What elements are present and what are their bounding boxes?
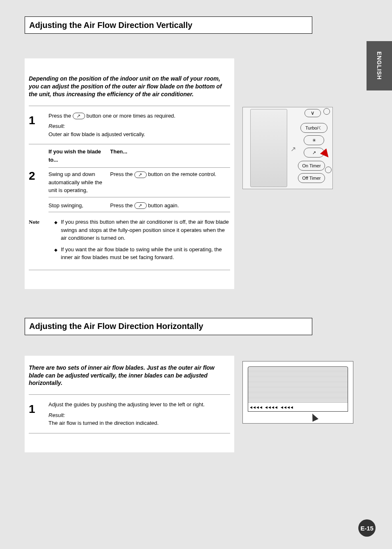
cond-col-header: If you wish the blade to... [48, 148, 110, 165]
step-number-2: 2 [29, 167, 41, 197]
ac-unit-figure: ◂◂◂◂ ◂◂◂◂ ◂◂◂◂ [242, 361, 353, 424]
result-text: Outer air flow blade is adjusted vertica… [48, 130, 213, 139]
result-label: Result: [48, 411, 70, 419]
cond-cell-2c: button again. [148, 202, 179, 208]
condition-row-2: Stop swinging, Press the button again. [29, 199, 230, 216]
condition-header: 2 If you wish the blade to... Then... [29, 147, 230, 166]
section2-body: There are two sets of inner air flow bla… [25, 356, 234, 452]
off-timer-button[interactable]: Off Timer [298, 173, 325, 183]
ac-vent-blades: ◂◂◂◂ ◂◂◂◂ ◂◂◂◂ [248, 403, 348, 412]
clock-icon [325, 167, 332, 173]
note-bullet-2: If you want the air flow blade to swing … [54, 246, 230, 262]
cond-cell-2b: Press the [110, 202, 133, 208]
result-text: The air flow is turned in the direction … [48, 419, 213, 427]
swing-icon [134, 171, 147, 178]
blade-arrow-icon [309, 412, 318, 422]
fan-button[interactable]: ✳ [304, 135, 324, 145]
cond-cell-1c: button on the remote control. [148, 171, 216, 177]
divider [29, 106, 230, 106]
note-bullet-1: If you press this button when the air co… [54, 218, 230, 242]
ring-icon [323, 108, 330, 115]
divider [29, 270, 230, 270]
swing-icon [134, 202, 147, 209]
cond-cell-2a: Stop swinging, [48, 199, 110, 213]
sleep-icon: ☾ [318, 125, 323, 130]
section2-intro: There are two sets of inner air flow bla… [29, 364, 230, 387]
step-body: Press the button one or more times as re… [48, 112, 230, 139]
section1-title: Adjusting the Air Flow Direction Vertica… [29, 21, 192, 30]
step-number: 1 [29, 112, 41, 139]
section1-title-box: Adjusting the Air Flow Direction Vertica… [25, 16, 312, 34]
divider [29, 433, 230, 433]
step-text: Adjust the guides by pushing the adjusti… [48, 401, 205, 408]
section1-body: Depending on the position of the indoor … [25, 58, 234, 289]
step-1: 1 Press the button one or more times as … [29, 109, 230, 142]
condition-row-1: 2 Swing up and down automatically while … [29, 166, 230, 199]
turbo-label: Turbo/ [305, 125, 318, 130]
divider [29, 394, 230, 395]
step-tail: button one or more times as required. [86, 113, 175, 119]
remote-display [250, 109, 287, 187]
note-label: Note [29, 218, 48, 265]
result-label: Result: [48, 122, 70, 130]
section2-title-box: Adjusting the Air Flow Direction Horizon… [25, 318, 312, 335]
swing-icon [73, 113, 85, 119]
turbo-button[interactable]: Turbo/☾ [300, 123, 327, 133]
language-tab: ENGLISH [367, 41, 392, 90]
temp-down-button[interactable]: ∨ [304, 109, 321, 117]
note-row: Note If you press this button when the a… [29, 215, 230, 267]
on-timer-button[interactable]: On Timer [298, 161, 325, 171]
cond-cell-1a: Swing up and down automatically while th… [48, 167, 110, 197]
remote-figure: ↗ ∨ Turbo/☾ ✳ ↗ On Timer Off Timer [242, 107, 333, 189]
swing-indicator-icon: ↗ [291, 145, 296, 153]
section2-step-1: 1 Adjust the guides by pushing the adjus… [29, 397, 230, 431]
then-col-header: Then... [110, 148, 127, 165]
step-lead: Press the [48, 113, 71, 119]
result-row: Result: Outer air flow blade is adjusted… [48, 122, 230, 138]
cond-cell-1b: Press the [110, 171, 133, 177]
section2-title: Adjusting the Air Flow Direction Horizon… [29, 322, 203, 331]
page-number: E-15 [358, 519, 376, 537]
divider [29, 144, 230, 144]
step-number: 1 [29, 401, 41, 427]
section1-intro: Depending on the position of the indoor … [29, 75, 230, 98]
